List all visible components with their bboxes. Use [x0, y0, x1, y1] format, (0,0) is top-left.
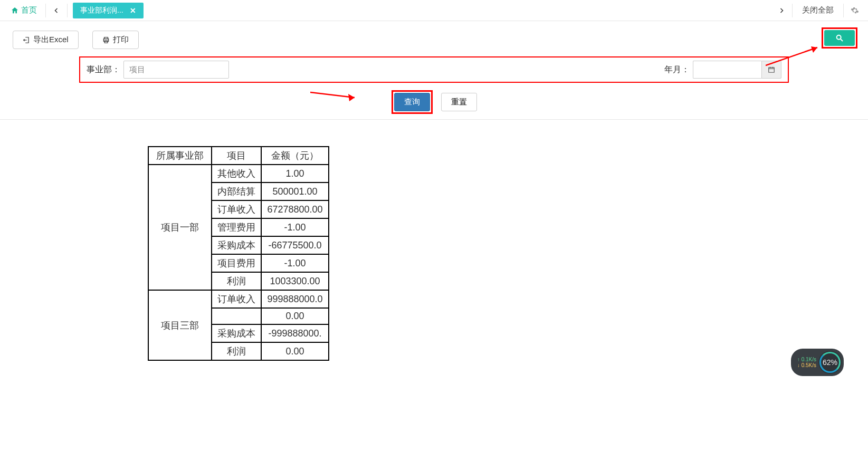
net-usage-percent: 62%	[823, 358, 837, 367]
annotation-highlight	[822, 27, 857, 49]
divider	[843, 4, 844, 17]
calendar-icon	[768, 66, 775, 73]
divider	[67, 4, 68, 17]
print-icon	[102, 36, 110, 44]
svg-line-4	[841, 39, 843, 41]
filter-month-input[interactable]	[693, 61, 761, 79]
home-icon	[11, 6, 19, 15]
result-table: 所属事业部 项目 金额（元） 项目一部其他收入1.00内部结算500001.00…	[148, 146, 329, 361]
export-icon	[23, 36, 30, 44]
cell-item: 利润	[212, 272, 261, 290]
filter-dept-group: 事业部：	[87, 61, 229, 79]
cell-item: 管理费用	[212, 218, 261, 236]
cell-amount: -66775500.0	[261, 236, 329, 254]
reset-button[interactable]: 重置	[441, 93, 477, 111]
cell-item: 订单收入	[212, 200, 261, 218]
svg-rect-7	[769, 68, 775, 72]
date-picker-button[interactable]	[761, 61, 781, 79]
filter-dept-label: 事业部：	[87, 64, 120, 75]
query-button[interactable]: 查询	[394, 93, 430, 111]
tab-active-label: 事业部利润...	[80, 6, 123, 15]
filter-month-label: 年月：	[664, 64, 690, 75]
tab-close-all-label: 关闭全部	[802, 5, 834, 14]
cell-item: 内部结算	[212, 182, 261, 200]
tab-close-all-button[interactable]: 关闭全部	[795, 2, 841, 18]
svg-line-11	[310, 92, 355, 98]
cell-item: 采购成本	[212, 236, 261, 254]
cell-dept: 项目三部	[148, 290, 212, 360]
chevron-right-icon	[778, 7, 785, 14]
cell-amount: 1003300.00	[261, 272, 329, 290]
divider	[45, 4, 46, 17]
annotation-highlight: 查询	[392, 90, 433, 114]
tab-prev-button[interactable]	[48, 2, 65, 19]
net-upload-speed: ↑ 0.1K/s	[797, 357, 816, 363]
close-icon[interactable]: ✕	[130, 6, 136, 15]
toolbar: 导出Excel 打印	[0, 21, 868, 56]
svg-marker-6	[811, 46, 817, 53]
tab-active[interactable]: 事业部利润... ✕	[73, 3, 144, 18]
cell-dept: 项目一部	[148, 165, 212, 290]
search-toggle-button[interactable]	[824, 30, 855, 46]
gear-icon	[851, 6, 859, 15]
net-download-speed: ↓ 0.5K/s	[797, 362, 816, 369]
svg-marker-12	[348, 94, 355, 101]
cell-amount: 0.00	[261, 308, 329, 324]
tab-bar: 首页 事业部利润... ✕ 关闭全部	[0, 0, 868, 21]
cell-amount: 999888000.0	[261, 290, 329, 308]
cell-item: 采购成本	[212, 324, 261, 342]
svg-point-3	[837, 35, 841, 40]
export-excel-button[interactable]: 导出Excel	[13, 31, 79, 49]
cell-amount: -1.00	[261, 218, 329, 236]
tab-settings-button[interactable]	[846, 2, 864, 20]
action-row: 查询 重置	[0, 90, 868, 114]
tab-home[interactable]: 首页	[4, 2, 43, 18]
col-header-dept: 所属事业部	[148, 147, 212, 165]
table-row: 项目一部其他收入1.00	[148, 165, 329, 182]
divider	[792, 4, 793, 17]
cell-amount: 0.00	[261, 342, 329, 360]
table-header-row: 所属事业部 项目 金额（元）	[148, 147, 329, 165]
col-header-amount: 金额（元）	[261, 147, 329, 165]
export-excel-label: 导出Excel	[33, 35, 69, 45]
col-header-item: 项目	[212, 147, 261, 165]
tab-next-button[interactable]	[773, 2, 790, 19]
cell-item: 其他收入	[212, 165, 261, 182]
print-label: 打印	[113, 35, 129, 45]
filter-dept-input[interactable]	[123, 61, 229, 79]
chevron-left-icon	[53, 7, 60, 14]
query-label: 查询	[404, 97, 420, 106]
cell-amount: 500001.00	[261, 182, 329, 200]
net-usage-dial: 62%	[818, 351, 842, 374]
filter-month-group: 年月：	[664, 61, 781, 79]
cell-amount: -1.00	[261, 254, 329, 272]
cell-amount: 67278800.00	[261, 200, 329, 218]
cell-item: 订单收入	[212, 290, 261, 308]
cell-amount: -999888000.	[261, 324, 329, 342]
annotation-arrow	[310, 90, 361, 104]
reset-label: 重置	[451, 97, 467, 106]
print-button[interactable]: 打印	[92, 31, 139, 49]
network-speed-widget: ↑ 0.1K/s ↓ 0.5K/s 62%	[791, 349, 844, 376]
table-row: 项目三部订单收入999888000.0	[148, 290, 329, 308]
cell-item: 利润	[212, 342, 261, 360]
filter-panel: 事业部： 年月：	[79, 56, 789, 83]
search-icon	[835, 34, 844, 42]
content-area: 所属事业部 项目 金额（元） 项目一部其他收入1.00内部结算500001.00…	[0, 119, 868, 467]
cell-item: 项目费用	[212, 254, 261, 272]
cell-amount: 1.00	[261, 165, 329, 182]
tab-home-label: 首页	[21, 5, 37, 15]
cell-item	[212, 308, 261, 324]
